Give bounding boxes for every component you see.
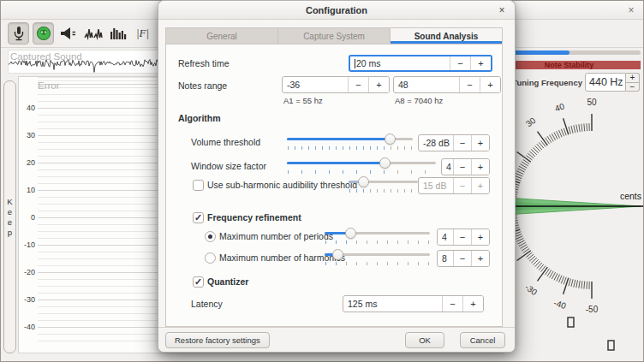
volume-threshold-slider[interactable] [287, 133, 413, 150]
keep-button-label: Keep [5, 197, 15, 238]
dial-unit-label: cents [620, 191, 641, 201]
notes-range-max-value[interactable]: 48 [394, 77, 459, 92]
captured-sound-label: Captured Sound [10, 51, 82, 62]
svg-text:40: 40 [553, 101, 565, 113]
volume-threshold-increment-button[interactable]: + [471, 135, 489, 151]
error-axis-tick: 30 [21, 131, 35, 139]
volume-threshold-label: Volume threshold [191, 137, 260, 147]
cancel-button[interactable]: Cancel [460, 332, 505, 348]
max-harmonics-spinbox: 8 − + [437, 250, 490, 267]
microphone-button[interactable] [8, 22, 29, 45]
quantizer-checkbox[interactable] [193, 276, 204, 288]
tuner-toggle-button[interactable] [33, 22, 54, 45]
volume-threshold-value[interactable]: -28 dB [419, 135, 453, 151]
tab-label: General [206, 32, 237, 41]
latency-spinbox: 125 ms − + [343, 295, 484, 312]
error-axis-tick: 0 [21, 213, 35, 222]
restore-factory-settings-button[interactable]: Restore factory settings [165, 332, 270, 348]
max-harmonics-decrement-button[interactable]: − [453, 251, 471, 266]
max-periods-increment-button[interactable]: + [471, 229, 489, 245]
volume-threshold-decrement-button[interactable]: − [453, 135, 471, 151]
tab-label: Sound Analysis [414, 32, 479, 41]
max-harmonics-value[interactable]: 8 [438, 251, 453, 266]
keep-button[interactable]: Keep [3, 80, 16, 353]
fft-icon: |F| [136, 27, 149, 40]
max-periods-slider[interactable] [325, 227, 430, 244]
window-close-button[interactable]: × [624, 3, 638, 17]
refresh-time-increment-button[interactable]: + [470, 56, 491, 70]
max-periods-spinbox: 4 − + [437, 228, 490, 246]
window-size-increment-button[interactable]: + [471, 159, 489, 175]
waveform-view-button[interactable] [82, 22, 104, 45]
max-periods-radio[interactable] [205, 231, 216, 242]
fft-view-button[interactable]: |F| [132, 22, 153, 45]
subharmonic-label[interactable]: Use sub-harmonic audibility threshold [207, 180, 357, 190]
tab-capture-system[interactable]: Capture System [278, 28, 391, 44]
error-axis-tick: 10 [21, 186, 35, 194]
error-axis-tick: -10 [21, 240, 35, 249]
svg-text:-40: -40 [552, 298, 568, 311]
tab-general[interactable]: General [166, 28, 278, 44]
max-harmonics-increment-button[interactable]: + [471, 251, 489, 266]
volume-meter [498, 50, 641, 55]
tab-label: Capture System [303, 32, 365, 41]
slider-ticks [288, 146, 412, 150]
notes-range-min-value[interactable]: -36 [283, 77, 348, 92]
tuning-frequency-increase-button[interactable]: + [626, 73, 640, 82]
slider-thumb[interactable] [385, 134, 396, 145]
settings-notebook: GeneralCapture SystemSound Analysis Refr… [165, 27, 503, 327]
svg-text:-30: -30 [523, 282, 540, 298]
notes-min-increment-button[interactable]: + [368, 77, 389, 92]
frequency-refinement-label[interactable]: Frequency refinement [207, 212, 301, 223]
latency-decrement-button[interactable]: − [442, 296, 462, 312]
dialog-titlebar: Configuration × [158, 1, 515, 20]
slider-ticks [325, 262, 429, 265]
frequency-refinement-checkbox[interactable] [193, 212, 204, 223]
max-harmonics-slider[interactable] [325, 248, 430, 265]
latency-value[interactable]: 125 ms [343, 296, 442, 312]
tuning-frequency-spinbox: 440 Hz + − [585, 73, 640, 92]
subharmonic-spinbox: 15 dB − + [418, 177, 490, 194]
algorithm-heading: Algorithm [178, 113, 221, 123]
ok-button[interactable]: OK [405, 332, 444, 348]
quantizer-label[interactable]: Quantizer [207, 276, 248, 287]
max-periods-value[interactable]: 4 [438, 229, 453, 245]
slider-ticks [288, 170, 435, 174]
refresh-time-label: Refresh time [178, 58, 230, 68]
notes-range-min-spinbox: -36 − + [282, 76, 390, 93]
tuning-frequency-value[interactable]: 440 Hz [585, 73, 626, 92]
refresh-time-value[interactable]: 20 ms [350, 56, 450, 70]
waveform-icon [84, 27, 103, 40]
notes-min-decrement-button[interactable]: − [348, 77, 368, 92]
speaker-button[interactable] [57, 22, 79, 45]
max-periods-decrement-button[interactable]: − [453, 229, 471, 245]
tuning-frequency-decrease-button[interactable]: − [626, 82, 640, 92]
error-axis-tick: 20 [21, 158, 35, 167]
notes-max-increment-button[interactable]: + [480, 77, 500, 92]
slider-ticks [349, 189, 417, 193]
histogram-view-button[interactable] [107, 22, 128, 45]
microphone-icon [12, 26, 26, 41]
sound-analysis-tab-content: Refresh time 20 ms − + Notes range -36 −… [167, 45, 501, 325]
max-periods-label[interactable]: Maximum number of periods [219, 231, 333, 241]
latency-increment-button[interactable]: + [462, 296, 483, 312]
notes-max-hint: A8 = 7040 hz [395, 96, 443, 105]
window-size-factor-slider[interactable] [287, 157, 436, 174]
error-axis-tick: 40 [21, 104, 35, 112]
svg-text:30: 30 [524, 116, 538, 129]
dialog-close-button[interactable]: × [495, 3, 509, 17]
window-size-decrement-button[interactable]: − [453, 159, 471, 175]
notes-max-decrement-button[interactable]: − [459, 77, 480, 92]
slider-thumb[interactable] [332, 249, 343, 260]
configuration-dialog: Configuration × GeneralCapture SystemSou… [158, 0, 516, 353]
text-caret [355, 59, 355, 68]
note-stability-label: Note Stability [545, 61, 594, 69]
subharmonic-checkbox[interactable] [193, 180, 204, 191]
slider-thumb[interactable] [345, 228, 356, 239]
max-harmonics-radio[interactable] [205, 252, 216, 264]
slider-thumb[interactable] [379, 157, 391, 169]
tab-sound-analysis[interactable]: Sound Analysis [391, 28, 502, 44]
subharmonic-increment-button: + [471, 178, 489, 193]
window-size-factor-value[interactable]: 4 [442, 159, 453, 175]
refresh-time-decrement-button[interactable]: − [450, 56, 470, 70]
